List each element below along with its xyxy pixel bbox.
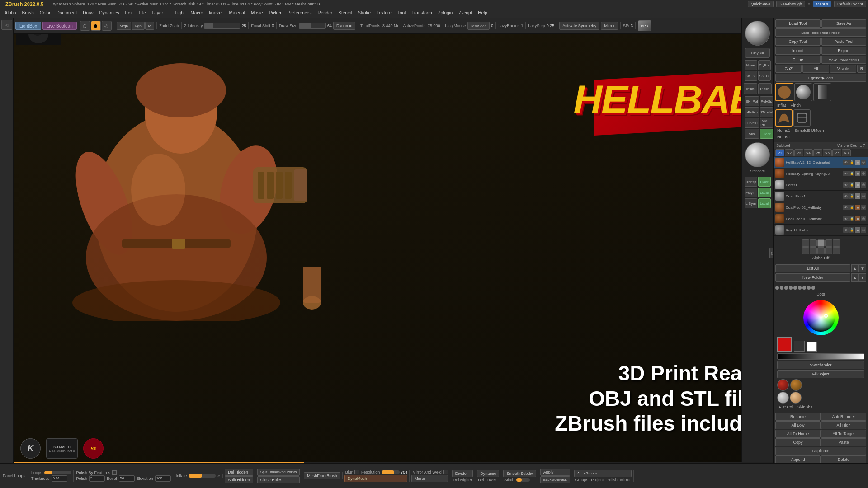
close-holes-btn[interactable]: Close Holes [257,476,300,483]
subtool-color-3[interactable]: ■ [855,182,860,188]
menu-texture[interactable]: Texture [374,10,394,15]
claybui-btn[interactable]: ClyBui [758,60,771,70]
menus-button[interactable]: Menus [813,1,831,7]
menu-macro[interactable]: Macro [188,10,206,15]
subtool-item-1[interactable]: HellBabyV2_12_Decimated 👁 🔒 ■ ◎ [774,157,868,168]
simple-e-mesh-thumb[interactable] [793,109,811,127]
floor-btn[interactable]: Floor [758,177,771,187]
dyna-mesh-btn[interactable]: DynaMesh [344,475,408,482]
v6-btn[interactable]: V6 [823,149,832,156]
mrgb-btn[interactable]: Mrgb [117,22,131,30]
all-to-home-btn[interactable]: All To Home [775,430,821,438]
brush-icon-3[interactable]: ◎ [102,21,112,31]
subtool-lock-2[interactable]: 🔒 [849,171,854,176]
all-btn[interactable]: All [802,65,829,73]
subtool-sel-1[interactable]: ◎ [861,160,866,165]
activate-symmetry-btn[interactable]: Activate Symmetry [559,22,599,30]
imm-pri-btn[interactable]: IMM Pri [760,118,773,128]
menu-stencil[interactable]: Stencil [335,10,354,15]
horns1-small-thumb[interactable] [775,109,793,127]
subtool-sel-7[interactable]: ◎ [861,227,866,233]
menu-layer[interactable]: Layer [149,10,166,15]
load-tools-from-project-btn[interactable]: Load Tools From Project [775,28,866,37]
export-btn[interactable]: Export [821,47,867,55]
menu-file[interactable]: File [136,10,149,15]
subtool-lock-5[interactable]: 🔒 [849,205,854,210]
silo-btn[interactable]: Silo [745,129,760,139]
menu-preferences[interactable]: Preferences [284,10,314,15]
default-zscript-button[interactable]: DefaultZScript [834,1,866,7]
menu-help[interactable]: Help [475,10,490,15]
subtool-color-5[interactable]: ■ [855,205,860,210]
move-btn[interactable]: Move [745,60,757,70]
subtool-sel-2[interactable]: ◎ [861,171,866,176]
subtool-sel-3[interactable]: ◎ [861,182,866,188]
duplicate-btn[interactable]: Duplicate [775,447,866,455]
append-btn[interactable]: Append [775,455,821,464]
color-wheel-container[interactable] [803,300,839,335]
menu-document[interactable]: Document [54,10,80,15]
goz-btn[interactable]: GoZ [775,65,802,73]
hpolish-btn[interactable]: hPolish [745,107,760,117]
r-btn[interactable]: R [857,65,866,73]
subtool-color-2[interactable]: ■ [855,171,860,176]
v4-btn[interactable]: V4 [804,149,813,156]
make-polymesh-btn[interactable]: Make PolyMesh3D [821,56,867,64]
subtool-eye-5[interactable]: 👁 [843,205,849,210]
menu-marker[interactable]: Marker [206,10,226,15]
subtool-item-2[interactable]: HellBaby-Spliting-Keying08 👁 🔒 ■ ◎ [774,168,868,179]
white-swatch[interactable] [807,342,817,352]
paste-btn[interactable]: Paste [821,438,866,446]
lightbox-button[interactable]: LightBox [15,22,41,30]
l-sym-btn[interactable]: L.Sym [745,198,757,208]
see-through-button[interactable]: See-through [776,1,805,7]
menu-dynamics[interactable]: Dynamics [97,10,122,15]
smooth-subdiv-btn[interactable]: SmoothSubdiv [503,470,536,477]
subtool-color-6[interactable]: ■ [855,216,860,221]
auto-reorder-btn[interactable]: AutoReorder [821,413,866,421]
apply-btn[interactable]: Apply [540,469,570,476]
alpha-cell-9[interactable] [825,247,832,254]
v7-btn[interactable]: V7 [832,149,841,156]
subtool-eye-2[interactable]: 👁 [843,171,849,176]
subtool-lock-3[interactable]: 🔒 [849,182,854,188]
viewport[interactable]: HELLBABY Persp 3D Print Ready OBJ and ST… [14,18,773,463]
fill-object-btn[interactable]: FillObject [777,370,864,378]
resolution-slider[interactable] [382,470,400,474]
menu-edit[interactable]: Edit [122,10,135,15]
draw-size-slider[interactable] [299,23,326,29]
divide-btn[interactable]: Divide [452,470,473,477]
subtool-eye-1[interactable]: 👁 [843,160,849,165]
subtool-eye-4[interactable]: 👁 [843,193,849,199]
dynamic-btn[interactable]: Dynamic [333,22,355,30]
v1-btn[interactable]: V1 [775,149,784,156]
v5-btn[interactable]: V5 [813,149,822,156]
menu-tool[interactable]: Tool [395,10,408,15]
polytf-btn[interactable]: PolyTf [745,188,757,197]
blur-checkbox[interactable] [354,470,359,474]
menu-alpha[interactable]: Alpha [2,10,19,15]
mirror-btn[interactable]: Mirror [601,22,618,30]
lazy-snap-btn[interactable]: LazySnap [467,22,490,30]
z-intensity-slider[interactable] [204,23,240,29]
main-sphere[interactable] [745,21,770,46]
rename-btn[interactable]: Rename [775,413,821,421]
folder-arrow-down[interactable]: ▼ [859,273,866,282]
z4-sphere[interactable] [777,379,789,391]
secondary-color[interactable] [794,341,805,352]
gradient-bar[interactable] [777,353,864,360]
folder-arrow-up[interactable]: ▲ [851,273,859,282]
subtool-color-7[interactable]: ■ [855,227,860,233]
polysphere-btn[interactable]: PolySp [760,96,773,106]
delete-btn[interactable]: Delete [821,455,866,464]
polish-checkbox[interactable] [112,470,117,475]
backface-mask-btn[interactable]: BackfaceMask [540,476,570,483]
paste-tool-btn[interactable]: Paste Tool [821,38,867,46]
menu-movie[interactable]: Movie [248,10,266,15]
claybuildup-sphere[interactable]: ClayBui [745,48,770,58]
split-unmasked-btn[interactable]: Split Unmasked Points [257,469,300,476]
loops-slider[interactable] [44,471,71,474]
stitch-slider[interactable] [516,478,530,482]
flat-col-sphere[interactable] [777,392,789,404]
all-low-btn[interactable]: All Low [775,421,821,429]
